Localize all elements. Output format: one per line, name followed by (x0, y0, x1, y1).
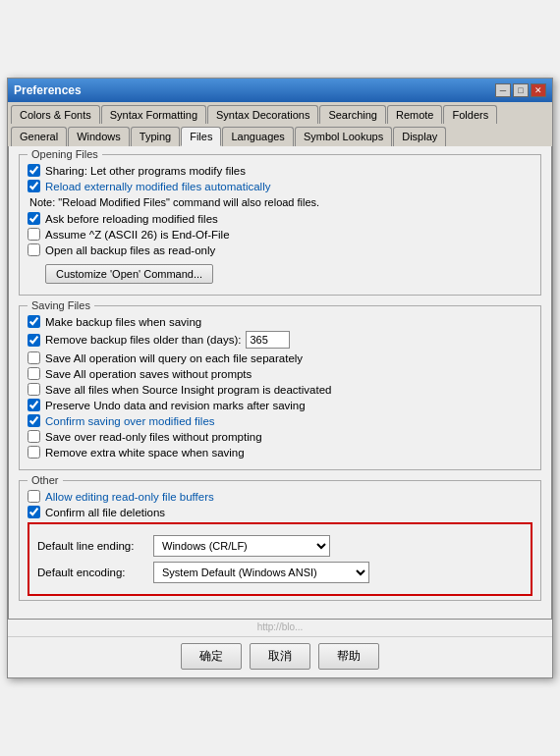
preferences-window: Preferences ─ □ ✕ Colors & Fonts Syntax … (7, 78, 553, 678)
preserve-undo-label: Preserve Undo data and revision marks af… (45, 400, 306, 411)
list-item: Save over read-only files without prompt… (28, 430, 532, 443)
confirm-deletions-label: Confirm all file deletions (45, 507, 165, 518)
allow-edit-readonly-label: Allow editing read-only file buffers (45, 491, 214, 503)
tab-windows[interactable]: Windows (68, 127, 130, 146)
open-backup-readonly-checkbox[interactable] (28, 243, 40, 256)
tab-typing[interactable]: Typing (131, 127, 180, 146)
list-item: Confirm all file deletions (28, 506, 532, 518)
tab-general[interactable]: General (11, 127, 67, 146)
saving-files-section: Saving Files Make backup files when savi… (19, 305, 541, 470)
encoding-highlight-box: Default line ending: Windows (CR/LF) Uni… (28, 522, 532, 596)
watermark: http://blo... (8, 620, 552, 636)
cancel-button[interactable]: 取消 (250, 643, 310, 670)
content-area: Opening Files Sharing: Let other program… (8, 146, 552, 620)
remove-whitespace-checkbox[interactable] (28, 446, 40, 459)
title-bar-buttons: ─ □ ✕ (495, 83, 546, 97)
encoding-label: Default encoding: (37, 567, 145, 578)
save-all-query-checkbox[interactable] (28, 351, 40, 364)
help-button[interactable]: 帮助 (318, 643, 379, 670)
reload-note: Note: "Reload Modified Files" command wi… (29, 196, 532, 208)
bottom-bar: 确定 取消 帮助 (8, 636, 552, 677)
assume-ctrl-z-checkbox[interactable] (28, 228, 40, 241)
list-item: Sharing: Let other programs modify files (28, 164, 532, 177)
list-item: Save all files when Source Insight progr… (28, 383, 532, 396)
ok-button[interactable]: 确定 (181, 643, 242, 670)
save-readonly-no-prompt-checkbox[interactable] (28, 430, 40, 443)
maximize-button[interactable]: □ (513, 83, 529, 97)
assume-ctrl-z-label: Assume ^Z (ASCII 26) is End-Of-File (45, 229, 230, 241)
tab-colors-fonts[interactable]: Colors & Fonts (11, 105, 100, 124)
list-item: Allow editing read-only file buffers (28, 490, 532, 503)
title-bar: Preferences ─ □ ✕ (8, 79, 552, 102)
tab-folders[interactable]: Folders (443, 105, 497, 124)
line-ending-label: Default line ending: (37, 540, 145, 552)
tab-files[interactable]: Files (181, 127, 221, 146)
list-item: Confirm saving over modified files (28, 414, 532, 427)
other-title: Other (28, 474, 63, 486)
confirm-save-modified-checkbox[interactable] (28, 414, 40, 427)
sharing-checkbox[interactable] (28, 164, 40, 177)
reload-modified-checkbox[interactable] (28, 180, 40, 192)
tab-remote[interactable]: Remote (387, 105, 443, 124)
list-item: Ask before reloading modified files (28, 212, 532, 225)
make-backup-label: Make backup files when saving (45, 316, 201, 328)
sharing-label: Sharing: Let other programs modify files (45, 165, 246, 177)
reload-modified-label: Reload externally modified files automat… (45, 181, 270, 192)
tabs-row1: Colors & Fonts Syntax Formatting Syntax … (8, 102, 552, 124)
other-section: Other Allow editing read-only file buffe… (19, 480, 541, 601)
minimize-button[interactable]: ─ (495, 83, 511, 97)
allow-edit-readonly-checkbox[interactable] (28, 490, 40, 503)
saving-files-title: Saving Files (28, 299, 94, 311)
ask-before-reload-checkbox[interactable] (28, 212, 40, 225)
make-backup-checkbox[interactable] (28, 315, 40, 328)
save-on-deactivate-checkbox[interactable] (28, 383, 40, 396)
window-title: Preferences (14, 83, 82, 97)
save-on-deactivate-label: Save all files when Source Insight progr… (45, 384, 332, 396)
save-all-query-label: Save All operation will query on each fi… (45, 352, 303, 364)
list-item: Open all backup files as read-only (28, 243, 532, 256)
customize-open-button[interactable]: Customize 'Open' Command... (45, 264, 213, 284)
list-item: Save All operation will query on each fi… (28, 351, 532, 364)
tab-searching[interactable]: Searching (319, 105, 386, 124)
tab-symbol-lookups[interactable]: Symbol Lookups (295, 127, 392, 146)
tab-languages[interactable]: Languages (222, 127, 293, 146)
remove-backup-checkbox[interactable] (28, 334, 40, 347)
list-item: Remove backup files older than (days): (28, 331, 532, 349)
preserve-undo-checkbox[interactable] (28, 399, 40, 411)
save-readonly-no-prompt-label: Save over read-only files without prompt… (45, 431, 262, 443)
line-ending-row: Default line ending: Windows (CR/LF) Uni… (37, 535, 523, 557)
encoding-select[interactable]: System Default (Windows ANSI) UTF-8 UTF-… (153, 562, 369, 583)
remove-backup-label: Remove backup files older than (days): (45, 334, 241, 346)
list-item: Preserve Undo data and revision marks af… (28, 399, 532, 411)
list-item: Assume ^Z (ASCII 26) is End-Of-File (28, 228, 532, 241)
opening-files-title: Opening Files (28, 148, 102, 160)
encoding-row: Default encoding: System Default (Window… (37, 562, 523, 583)
close-button[interactable]: ✕ (531, 83, 546, 97)
list-item: Save All operation saves without prompts (28, 367, 532, 380)
tab-display[interactable]: Display (393, 127, 446, 146)
remove-whitespace-label: Remove extra white space when saving (45, 447, 245, 459)
line-ending-select[interactable]: Windows (CR/LF) Unix (LF) Mac (CR) (153, 535, 330, 557)
list-item: Reload externally modified files automat… (28, 180, 532, 192)
backup-days-input[interactable] (246, 331, 290, 349)
save-all-no-prompt-label: Save All operation saves without prompts (45, 368, 252, 380)
tabs-row2: General Windows Typing Files Languages S… (8, 124, 552, 146)
list-item: Make backup files when saving (28, 315, 532, 328)
open-backup-readonly-label: Open all backup files as read-only (45, 244, 215, 256)
confirm-save-modified-label: Confirm saving over modified files (45, 415, 215, 427)
save-all-no-prompt-checkbox[interactable] (28, 367, 40, 380)
tab-syntax-decorations[interactable]: Syntax Decorations (207, 105, 318, 124)
confirm-deletions-checkbox[interactable] (28, 506, 40, 518)
opening-files-section: Opening Files Sharing: Let other program… (19, 154, 541, 296)
ask-before-reload-label: Ask before reloading modified files (45, 213, 218, 225)
tab-syntax-formatting[interactable]: Syntax Formatting (101, 105, 206, 124)
list-item: Remove extra white space when saving (28, 446, 532, 459)
